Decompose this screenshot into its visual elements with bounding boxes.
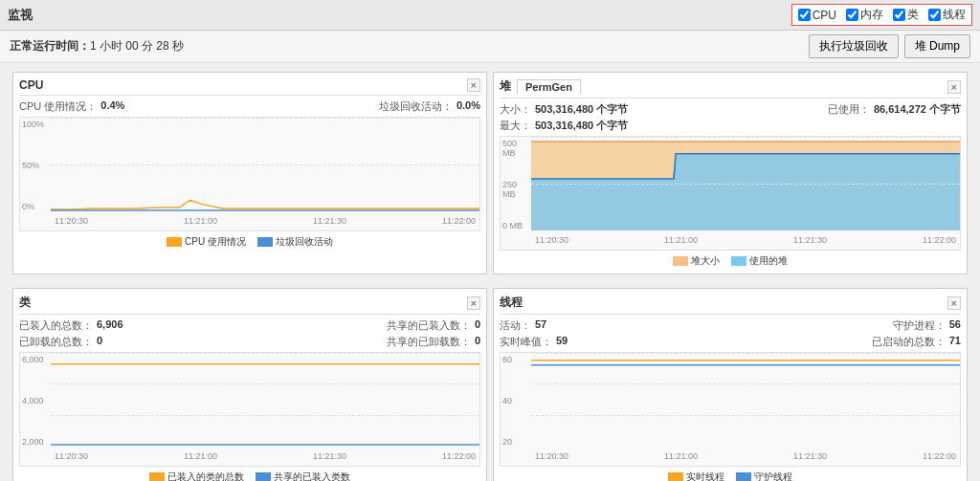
cpu-checkbox[interactable] [798,9,811,21]
heap-panel-close[interactable]: × [947,80,961,94]
classes-chart-area: 6,000 4,000 2,000 [19,352,480,467]
classes-unloaded-stat: 已卸载的总数： 0 [19,335,102,349]
heap-x-labels: 11:20:30 11:21:00 11:21:30 11:22:00 [531,230,960,250]
grid-line-top [51,118,479,119]
heap-panel-tabs: 堆 PermGen [500,78,581,95]
app-title: 监视 [8,7,33,24]
classes-grid3 [51,415,479,416]
classes-panel: 类 × 已装入的总数： 6,906 共享的已装入数： 0 已卸载的总数： 0 [12,288,487,481]
classes-legend-color-loaded [149,472,165,481]
threads-grid3 [531,415,960,416]
classes-panel-title: 类 [19,295,31,311]
threads-active-stat: 活动： 57 [500,318,546,333]
heap-panel-title-bar: 堆 PermGen × [500,78,961,98]
cpu-stats-row: CPU 使用情况： 0.4% 垃圾回收活动： 0.0% [19,99,480,114]
uptime-row: 正常运行时间： 1 小时 00 分 28 秒 执行垃圾回收 堆 Dump [0,31,980,63]
checkbox-cpu[interactable]: CPU [798,9,836,22]
cpu-legend-usage: CPU 使用情况 [167,235,246,249]
cpu-legend-color-gc [257,237,273,247]
classes-legend-color-shared [256,472,271,481]
heap-panel-title: 堆 [500,78,511,95]
heap-chart-inner [531,137,960,230]
classes-chart-inner [51,353,479,447]
heap-legend-color-size [673,256,688,266]
checkbox-threads[interactable]: 线程 [928,7,966,23]
threads-x-labels: 11:20:30 11:21:00 11:21:30 11:22:00 [531,447,960,466]
checkbox-classes[interactable]: 类 [893,7,919,23]
heap-legend-used: 使用的堆 [731,254,788,268]
cpu-panel-title-bar: CPU × [19,78,480,96]
heap-legend-size: 堆大小 [673,254,720,268]
classes-grid2 [51,383,479,384]
heap-panel: 堆 PermGen × 大小： 503,316,480 个字节 已使用： 86,… [493,72,968,274]
heap-grid-mid [531,184,960,185]
threads-legend-color-daemon [736,472,751,481]
threads-peak-stat: 实时峰值： 59 [500,335,568,349]
uptime-value: 1 小时 00 分 28 秒 [90,38,184,55]
threads-stats-row2: 实时峰值： 59 已启动的总数： 71 [500,335,961,349]
cpu-panel-close[interactable]: × [467,78,480,92]
classes-shared-loaded-stat: 共享的已装入数： 0 [387,318,480,333]
heap-stats-row1: 大小： 503,316,480 个字节 已使用： 86,614,272 个字节 [500,102,961,117]
uptime-label: 正常运行时间： [10,38,90,55]
cpu-legend-color-usage [167,237,182,247]
heap-legend: 堆大小 使用的堆 [500,254,961,268]
classes-y-labels: 6,000 4,000 2,000 [20,353,51,447]
threads-y-labels: 60 40 20 [501,353,531,447]
gc-button[interactable]: 执行垃圾回收 [809,34,899,58]
checkbox-group: CPU 内存 类 线程 [791,4,972,26]
threads-stats-row1: 活动： 57 守护进程： 56 [500,318,961,333]
heap-dump-button[interactable]: 堆 Dump [904,34,970,58]
threads-grid1 [531,353,960,354]
top-panels-row: CPU × CPU 使用情况： 0.4% 垃圾回收活动： 0.0% 100% 5… [4,65,976,281]
classes-loaded-stat: 已装入的总数： 6,906 [19,318,123,333]
cpu-usage-stat: CPU 使用情况： 0.4% [19,99,124,114]
threads-panel-title: 线程 [500,295,523,311]
classes-legend-shared: 共享的已装入类数 [256,470,350,481]
classes-panel-close[interactable]: × [467,296,480,310]
classes-legend: 已装入的类的总数 共享的已装入类数 [19,470,480,481]
cpu-chart-area: 100% 50% 0% 11:20:30 [19,117,480,231]
threads-legend-color-live [668,472,683,481]
heap-used-stat: 已使用： 86,614,272 个字节 [828,102,961,117]
threads-checkbox[interactable] [928,9,941,21]
top-bar: 监视 CPU 内存 类 线程 [0,0,980,31]
heap-max-stat: 最大： 503,316,480 个字节 [500,119,628,133]
threads-legend: 实时线程 守护线程 [500,470,961,481]
cpu-chart-inner [51,118,479,211]
classes-stats-row2: 已卸载的总数： 0 共享的已卸载数： 0 [19,335,480,349]
threads-chart-inner [531,353,960,447]
classes-chart-svg [51,353,479,447]
classes-grid1 [51,353,479,354]
heap-stats-row2: 最大： 503,316,480 个字节 [500,119,961,133]
heap-tab-permgen[interactable]: PermGen [517,79,581,94]
heap-grid-top [531,137,960,138]
heap-size-stat: 大小： 503,316,480 个字节 [500,102,628,117]
threads-chart-area: 60 40 20 11:20:3 [500,352,961,467]
threads-legend-live: 实时线程 [668,470,724,481]
threads-panel-close[interactable]: × [947,296,961,310]
cpu-legend-gc: 垃圾回收活动 [257,235,333,249]
classes-panel-title-bar: 类 × [19,295,480,315]
heap-chart-area: 500 MB 250 MB 0 MB [500,136,961,251]
threads-legend-daemon: 守护线程 [736,470,792,481]
classes-x-labels: 11:20:30 11:21:00 11:21:30 11:22:00 [51,447,479,466]
action-buttons: 执行垃圾回收 堆 Dump [809,34,970,58]
bottom-panels-row: 类 × 已装入的总数： 6,906 共享的已装入数： 0 已卸载的总数： 0 [4,281,976,481]
heap-y-labels: 500 MB 250 MB 0 MB [501,137,531,230]
classes-shared-unloaded-stat: 共享的已卸载数： 0 [387,335,480,349]
memory-checkbox[interactable] [846,9,858,21]
classes-legend-loaded: 已装入的类的总数 [149,470,244,481]
threads-chart-svg [531,353,960,447]
cpu-x-labels: 11:20:30 11:21:00 11:21:30 11:22:00 [51,211,479,230]
grid-line-mid [51,164,479,165]
threads-daemon-stat: 守护进程： 56 [893,318,961,333]
main-content: CPU × CPU 使用情况： 0.4% 垃圾回收活动： 0.0% 100% 5… [0,63,980,481]
threads-panel: 线程 × 活动： 57 守护进程： 56 实时峰值： 59 已 [493,288,968,481]
cpu-gc-stat: 垃圾回收活动： 0.0% [379,99,480,114]
heap-legend-color-used [731,256,746,266]
checkbox-memory[interactable]: 内存 [846,7,883,23]
classes-checkbox[interactable] [893,9,905,21]
threads-total-stat: 已启动的总数： 71 [872,335,961,349]
cpu-legend: CPU 使用情况 垃圾回收活动 [19,235,480,249]
